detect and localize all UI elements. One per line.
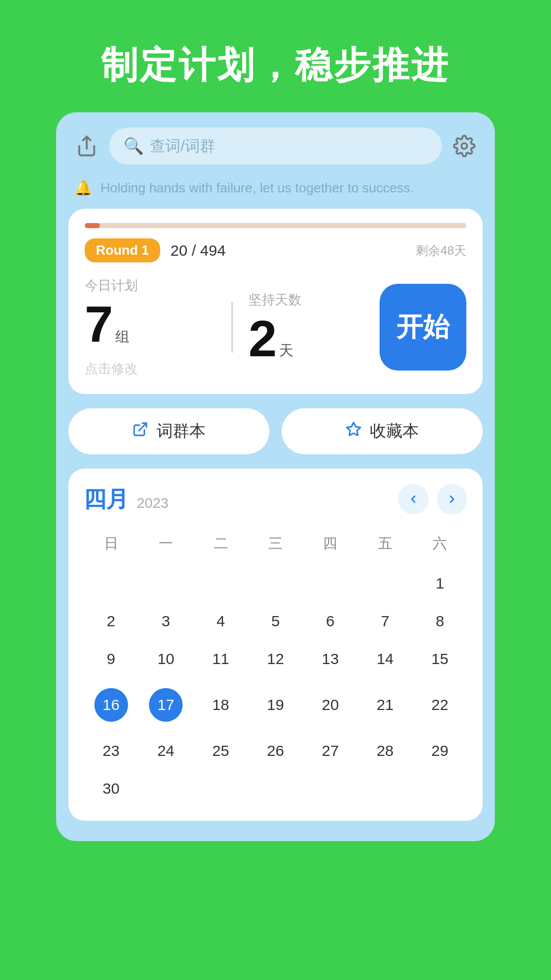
streak-value-row: 2天 (248, 313, 380, 364)
calendar-day (193, 772, 248, 805)
streak-number: 2 (248, 310, 277, 367)
calendar-day (138, 567, 193, 600)
calendar-day (138, 772, 193, 805)
day-header: 二 (193, 529, 248, 558)
calendar-day[interactable]: 7 (358, 604, 412, 638)
day-headers: 日一二三四五六 (84, 529, 467, 558)
calendar-day (193, 567, 248, 600)
calendar-day (303, 567, 358, 600)
calendar-day[interactable]: 3 (138, 604, 193, 638)
hero-title: 制定计划，稳步推进 (0, 0, 551, 90)
calendar-day[interactable]: 22 (413, 680, 467, 730)
today-plan-label: 今日计划 (85, 277, 216, 295)
edit-hint[interactable]: 点击修改 (85, 360, 216, 378)
calendar-day[interactable]: 1 (413, 567, 467, 600)
calendar-day[interactable]: 6 (303, 604, 358, 638)
day-header: 五 (358, 529, 412, 558)
calendar-day[interactable]: 28 (358, 734, 412, 768)
wordbook-icon (132, 421, 148, 442)
calendar-day (358, 567, 412, 600)
notification-message: Holding hands with failure, let us toget… (101, 180, 414, 196)
calendar-day[interactable]: 5 (248, 604, 303, 638)
search-bar[interactable]: 🔍 查词/词群 (109, 128, 442, 164)
month-label: 四月 (84, 484, 129, 514)
progress-text: 20 / 494 (170, 242, 226, 259)
day-header: 一 (138, 529, 193, 558)
calendar-day[interactable]: 23 (84, 734, 138, 768)
today-plan-block[interactable]: 今日计划 7组 点击修改 (85, 277, 216, 378)
streak-label: 坚持天数 (248, 291, 380, 309)
calendar-day[interactable]: 19 (248, 680, 303, 730)
calendar-grid: 日一二三四五六 12345678910111213141516171819202… (84, 529, 467, 805)
calendar-day[interactable]: 29 (413, 734, 467, 768)
calendar-day[interactable]: 30 (84, 772, 138, 805)
calendar-day[interactable]: 14 (358, 642, 412, 676)
progress-bar-fill (85, 223, 100, 228)
main-card: Round 1 20 / 494 剩余48天 今日计划 7组 点击修改 坚持天数… (68, 209, 483, 394)
favorites-button[interactable]: 收藏本 (282, 408, 483, 454)
prev-month-button[interactable] (398, 484, 429, 514)
wordbook-button[interactable]: 词群本 (68, 408, 269, 454)
app-container: 🔍 查词/词群 🔔 Holding hands with failure, le… (56, 112, 495, 841)
share-icon[interactable] (74, 134, 99, 158)
calendar-day[interactable]: 21 (358, 680, 412, 730)
next-month-button[interactable] (437, 484, 467, 514)
calendar-day (248, 772, 303, 805)
wordbook-label: 词群本 (157, 420, 206, 443)
header: 🔍 查词/词群 (56, 112, 495, 175)
today-plan-number: 7 (85, 296, 113, 353)
calendar-nav (398, 484, 467, 514)
calendar-day[interactable]: 2 (84, 604, 138, 638)
svg-marker-3 (347, 423, 361, 435)
round-info-row: Round 1 20 / 494 剩余48天 (85, 238, 466, 262)
calendar-day[interactable]: 27 (303, 734, 358, 768)
streak-block: 坚持天数 2天 (248, 291, 380, 364)
action-buttons-row: 词群本 收藏本 (68, 408, 483, 454)
start-button[interactable]: 开始 (380, 284, 466, 371)
favorites-icon (345, 421, 362, 442)
settings-icon[interactable] (452, 134, 477, 158)
favorites-label: 收藏本 (370, 420, 419, 443)
year-label: 2023 (137, 495, 168, 514)
calendar-days: 1234567891011121314151617181920212223242… (84, 567, 467, 805)
calendar-day (248, 567, 303, 600)
calendar-day[interactable]: 9 (84, 642, 138, 676)
calendar-day[interactable]: 10 (138, 642, 193, 676)
calendar-day[interactable]: 25 (193, 734, 248, 768)
svg-line-2 (139, 423, 146, 431)
calendar-day[interactable]: 24 (138, 734, 193, 768)
calendar-day (413, 772, 467, 805)
stats-row: 今日计划 7组 点击修改 坚持天数 2天 开始 (85, 277, 466, 378)
today-plan-value-row: 7组 (85, 299, 216, 350)
stat-divider (231, 302, 233, 353)
calendar-day[interactable]: 26 (248, 734, 303, 768)
search-placeholder: 查词/词群 (150, 136, 215, 157)
remaining-text: 剩余48天 (416, 242, 466, 259)
calendar-day[interactable]: 8 (413, 604, 467, 638)
calendar-day (303, 772, 358, 805)
svg-point-1 (462, 143, 467, 149)
progress-bar-container (85, 223, 466, 228)
calendar-day[interactable]: 13 (303, 642, 358, 676)
calendar-day[interactable]: 20 (303, 680, 358, 730)
day-header: 六 (413, 529, 467, 558)
calendar-day[interactable]: 15 (413, 642, 467, 676)
calendar-day[interactable]: 18 (193, 680, 248, 730)
calendar-header: 四月 2023 (84, 484, 467, 514)
calendar-day (358, 772, 412, 805)
calendar-day[interactable]: 16 (84, 680, 138, 730)
calendar-day[interactable]: 12 (248, 642, 303, 676)
day-header: 三 (248, 529, 303, 558)
day-header: 日 (84, 529, 138, 558)
notification-bar: 🔔 Holding hands with failure, let us tog… (56, 175, 495, 209)
calendar-day[interactable]: 17 (138, 680, 193, 730)
search-icon: 🔍 (123, 136, 144, 156)
day-header: 四 (303, 529, 358, 558)
calendar-day[interactable]: 4 (193, 604, 248, 638)
calendar-section: 四月 2023 日一二三四五六 123456789101112131415161… (68, 469, 483, 821)
round-badge: Round 1 (85, 238, 160, 262)
calendar-day[interactable]: 11 (193, 642, 248, 676)
streak-unit: 天 (279, 342, 293, 358)
calendar-day (84, 567, 138, 600)
bell-icon: 🔔 (74, 180, 92, 197)
